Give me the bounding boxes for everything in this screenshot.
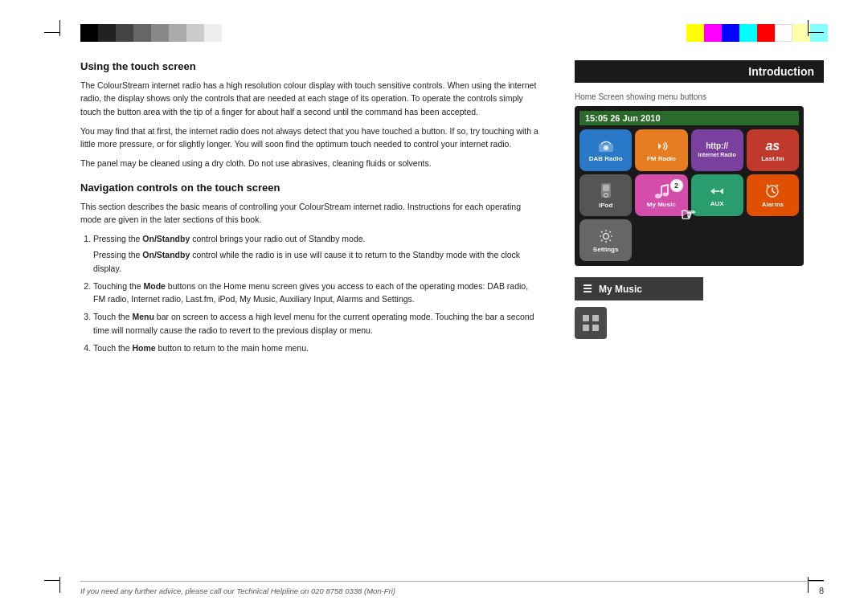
right-column: Introduction Home Screen showing menu bu…: [575, 60, 824, 565]
para-nav-1: This section describes the basic means o…: [80, 200, 542, 227]
color-bar-right: [686, 24, 828, 42]
my-music-bar[interactable]: ☰ My Music: [575, 277, 703, 300]
svg-point-1: [604, 145, 608, 150]
footer-page-number: 8: [819, 586, 824, 595]
lastfm-icon: as: [765, 139, 780, 153]
internet-icon: http://: [706, 142, 728, 150]
grid-icon-box[interactable]: [575, 307, 607, 339]
internet-label: Internet Radio: [698, 152, 736, 158]
crop-mark-tr-v: [808, 20, 809, 36]
btn-aux[interactable]: AUX: [691, 174, 743, 216]
fm-icon: [653, 139, 670, 153]
dot-4: [592, 325, 599, 331]
empty-cell-3: [747, 219, 799, 261]
intro-header: Introduction: [575, 60, 824, 83]
crop-mark-bl-v: [59, 577, 60, 593]
nav-list: Pressing the On/Standby control brings y…: [80, 232, 542, 354]
list-item-2: Touching the Mode buttons on the Home me…: [93, 280, 542, 306]
btn-internet-radio[interactable]: http:// Internet Radio: [691, 129, 743, 171]
finger-cursor: ☞: [680, 205, 696, 226]
crop-mark-bl-h: [44, 580, 60, 581]
lastfm-label: Last.fm: [761, 155, 784, 162]
ipod-label: iPod: [599, 202, 612, 209]
device-grid: DAB Radio FM Radio: [579, 129, 799, 261]
svg-point-5: [655, 194, 661, 198]
mymusic-label: My Music: [647, 201, 676, 208]
alarms-icon: [764, 183, 780, 199]
menu-lines-icon: ☰: [583, 283, 592, 295]
settings-label: Settings: [593, 246, 619, 253]
alarms-label: Alarms: [762, 201, 784, 208]
dab-icon: [597, 139, 615, 153]
main-content: Using the touch screen The ColourStream …: [80, 60, 824, 565]
color-bar-left: [80, 24, 222, 42]
list-item-1: Pressing the On/Standby control brings y…: [93, 232, 542, 275]
svg-rect-3: [603, 185, 609, 191]
ipod-icon: [599, 182, 613, 200]
footer-helpline: If you need any further advice, please c…: [80, 586, 395, 595]
crop-mark-tl-h: [44, 32, 60, 33]
my-music-badge: 2: [670, 179, 683, 192]
dot-3: [583, 325, 589, 331]
aux-label: AUX: [710, 200, 724, 207]
my-music-bar-label: My Music: [599, 284, 642, 295]
para-touch-1: The ColourStream internet radio has a hi…: [80, 79, 542, 118]
device-status-bar: 15:05 26 Jun 2010: [579, 111, 799, 125]
btn-dab-radio[interactable]: DAB Radio: [579, 129, 632, 171]
list-item-4: Touch the Home button to return to the m…: [93, 341, 542, 354]
btn-my-music[interactable]: My Music 2 ☞: [635, 174, 687, 216]
aux-icon: [708, 184, 726, 198]
screen-label: Home Screen showing menu buttons: [575, 92, 824, 101]
heading-touch-screen: Using the touch screen: [80, 60, 542, 72]
left-column: Using the touch screen The ColourStream …: [80, 60, 551, 565]
mymusic-icon: [653, 183, 670, 199]
btn-lastfm[interactable]: as Last.fm: [747, 129, 799, 171]
heading-nav-controls: Navigation controls on the touch screen: [80, 182, 542, 194]
btn-settings[interactable]: Settings: [579, 219, 632, 261]
footer: If you need any further advice, please c…: [80, 581, 824, 595]
device-screen: 15:05 26 Jun 2010 DAB Radio: [575, 106, 804, 266]
grid-dots: [578, 310, 604, 336]
list-item-3: Touch the Menu bar on screen to access a…: [93, 310, 542, 337]
dot-1: [583, 315, 589, 321]
dab-label: DAB Radio: [589, 155, 623, 162]
btn-alarms[interactable]: Alarms: [747, 174, 799, 216]
crop-mark-tl-v: [59, 20, 60, 36]
crop-mark-tr-h: [808, 32, 824, 33]
empty-cell-2: [691, 219, 743, 261]
fm-label: FM Radio: [647, 155, 676, 162]
dot-2: [592, 315, 599, 321]
btn-ipod[interactable]: iPod: [579, 174, 632, 216]
svg-point-8: [603, 233, 608, 239]
settings-icon: [598, 228, 614, 244]
para-touch-3: The panel may be cleaned using a dry clo…: [80, 157, 542, 170]
para-touch-2: You may find that at first, the internet…: [80, 125, 542, 151]
btn-fm-radio[interactable]: FM Radio: [635, 129, 687, 171]
